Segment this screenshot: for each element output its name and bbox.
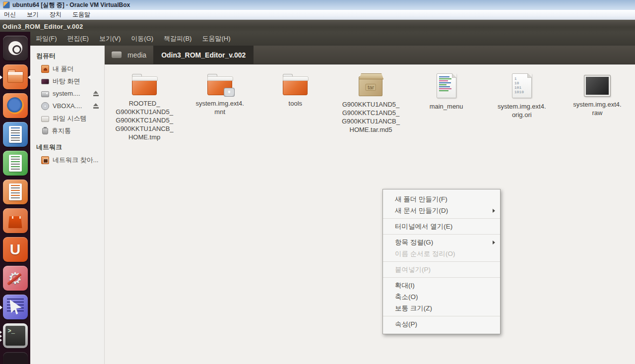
launcher-writer[interactable] (0, 122, 30, 148)
sidebar-item-filesystem[interactable]: 파일 시스템 (30, 112, 104, 124)
launcher-settings[interactable]: ⚙ (0, 266, 30, 292)
folder-icon (132, 76, 157, 95)
virtualbox-window: ubuntu64 [실행 중] - Oracle VM VirtualBox 머… (0, 0, 635, 364)
running-indicator (0, 75, 2, 79)
launcher-terminal[interactable]: >_ (0, 323, 30, 349)
sidebar-item-vbox-cd[interactable]: VBOXA.... (30, 100, 104, 112)
launcher-calc[interactable] (0, 151, 30, 177)
menu-item-open-in-terminal[interactable]: 터미널에서 열기(E) (383, 221, 500, 232)
sidebar-item-system-volume[interactable]: system.... (30, 87, 104, 100)
virtualbox-app-icon (3, 1, 10, 8)
sidebar-section-network: 네트워크 (30, 137, 104, 154)
menu-item-new-folder[interactable]: 새 폴더 만들기(F) (383, 193, 500, 205)
sidebar-item-trash[interactable]: 휴지통 (30, 124, 104, 137)
focused-indicator (28, 75, 30, 79)
sidebar-section-computer: 컴퓨터 (30, 46, 104, 62)
app-menubar: 파일(F) 편집(E) 보기(V) 이동(G) 책갈피(B) 도움말(H) (0, 32, 635, 46)
desktop-icon (41, 79, 49, 84)
menu-item-paste: 붙여넣기(P) (383, 264, 500, 275)
folder-icon (283, 76, 308, 95)
eject-icon[interactable] (93, 103, 99, 109)
vbox-menubar: 머신 보기 장치 도움말 (0, 10, 635, 20)
ubuntu-one-icon: U (3, 237, 28, 262)
menu-item-properties[interactable]: 속성(P) (383, 318, 500, 330)
home-folder-icon (41, 65, 49, 73)
launcher-firefox[interactable] (0, 93, 30, 119)
sidebar-item-home[interactable]: 내 폴더 (30, 62, 104, 75)
vbox-menu-devices[interactable]: 장치 (50, 10, 62, 19)
launcher-impress[interactable] (0, 180, 30, 205)
launcher-dash[interactable] (0, 36, 30, 61)
menu-item-zoom-in[interactable]: 확대(I) (383, 280, 500, 291)
system-settings-icon: ⚙ (3, 266, 28, 291)
binary-file-icon: 1 10 101 1010 (512, 73, 532, 98)
firefox-icon (3, 93, 28, 118)
menu-edit[interactable]: 편집(E) (67, 34, 89, 43)
file-icon-view[interactable]: ROOTED_ G900KKTU1AND5_ G900KKTC1AND5_ G9… (105, 64, 635, 364)
menu-item-normal-size[interactable]: 보통 크기(Z) (383, 303, 500, 314)
files-icon (3, 64, 28, 89)
launcher-files[interactable] (0, 64, 30, 90)
launcher-software-center[interactable] (0, 208, 30, 234)
file-tar-md5[interactable]: tar G900KKTU1AND5_ G900KKTC1AND5_ G900KK… (333, 72, 408, 141)
terminal-icon: >_ (3, 323, 28, 348)
vbox-window-title: ubuntu64 [실행 중] - Oracle VM VirtualBox (12, 1, 130, 9)
menu-bookmarks[interactable]: 책갈피(B) (164, 34, 191, 43)
software-center-icon (3, 208, 28, 233)
context-menu: 새 폴더 만들기(F) 새 문서 만들기(D) 터미널에서 열기(E) 항목 정… (382, 189, 501, 334)
menu-file[interactable]: 파일(F) (36, 34, 57, 43)
folder-with-disk-icon (207, 76, 232, 95)
breadcrumb-media[interactable]: media (127, 51, 146, 59)
libreoffice-writer-icon (3, 122, 28, 147)
trash-icon (42, 128, 48, 134)
file-tools-folder[interactable]: tools (257, 72, 333, 141)
text-document-icon (437, 73, 456, 98)
menu-item-organize-by-name: 이름 순서로 정리(O) (383, 248, 500, 259)
launcher-pointer-app[interactable] (0, 295, 30, 320)
filesystem-icon (41, 116, 49, 122)
disk-icon (41, 91, 49, 97)
menu-separator (383, 316, 500, 316)
vbox-titlebar[interactable]: ubuntu64 [실행 중] - Oracle VM VirtualBox (0, 0, 635, 10)
sidebar-item-desktop[interactable]: 바탕 화면 (30, 75, 104, 87)
menu-separator (383, 218, 500, 219)
libreoffice-impress-icon (3, 180, 28, 204)
menu-help[interactable]: 도움말(H) (202, 34, 230, 43)
vbox-menu-machine[interactable]: 머신 (4, 10, 16, 19)
menu-item-zoom-out[interactable]: 축소(O) (383, 291, 500, 303)
sidebar-item-browse-network[interactable]: 네트워크 찾아... (30, 154, 104, 166)
menu-item-new-document[interactable]: 새 문서 만들기(D) (383, 205, 500, 216)
breadcrumb-current-folder[interactable]: Odin3_ROM_Editor_v.002 (153, 46, 254, 64)
icon-grid: ROOTED_ G900KKTU1AND5_ G900KKTC1AND5_ G9… (105, 64, 635, 141)
dimmed-app-icon (3, 352, 28, 364)
file-system-img-mnt-folder[interactable]: system.img.ext4. mnt (182, 72, 257, 141)
eject-icon[interactable] (93, 90, 99, 97)
launcher-hidden-app[interactable] (0, 352, 30, 364)
submenu-arrow-icon (493, 241, 495, 244)
vbox-menu-help[interactable]: 도움말 (72, 10, 90, 19)
disk-emblem-icon (224, 88, 235, 97)
file-rooted-tmp-folder[interactable]: ROOTED_ G900KKTU1AND5_ G900KKTC1AND5_ G9… (107, 72, 182, 141)
window-titlebar[interactable]: Odin3_ROM_Editor_v.002 (0, 21, 635, 32)
launcher-ubuntu-one[interactable]: U (0, 237, 30, 263)
raw-image-icon (584, 75, 610, 96)
network-folder-icon (41, 156, 49, 164)
file-main-menu[interactable]: main_menu (409, 72, 484, 141)
path-bar: media Odin3_ROM_Editor_v.002 (105, 46, 635, 64)
places-sidebar: 컴퓨터 내 폴더 바탕 화면 system.... VBOXA.... 파일 시… (30, 46, 105, 364)
window-title: Odin3_ROM_Editor_v.002 (2, 23, 83, 30)
menu-separator (383, 277, 500, 278)
menu-go[interactable]: 이동(G) (131, 34, 153, 43)
vbox-menu-view[interactable]: 보기 (27, 10, 39, 19)
tar-archive-icon: tar (359, 76, 382, 96)
running-indicator (0, 305, 2, 309)
file-orig-ori[interactable]: 1 10 101 1010 system.img.ext4. orig.ori (484, 72, 560, 141)
file-raw-image[interactable]: system.img.ext4. raw (560, 72, 635, 141)
menu-view[interactable]: 보기(V) (99, 34, 121, 43)
cd-icon (41, 102, 49, 110)
menu-separator (383, 261, 500, 262)
menu-item-arrange-items[interactable]: 항목 정렬(G) (383, 237, 500, 248)
drive-icon (112, 52, 122, 58)
libreoffice-calc-icon (3, 151, 28, 176)
running-indicators (0, 331, 2, 342)
